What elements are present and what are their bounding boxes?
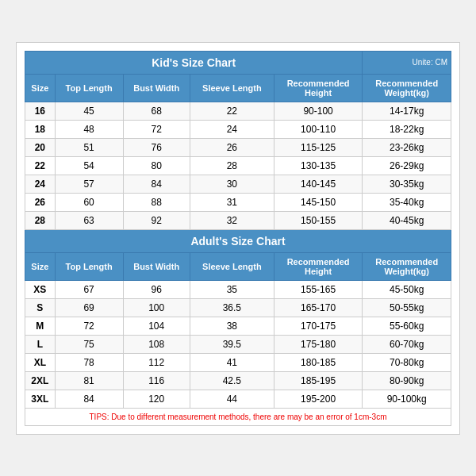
size-cell: L xyxy=(25,335,56,353)
data-cell: 78 xyxy=(55,353,123,371)
adults-header-bust-width: Bust Width xyxy=(123,252,190,280)
tips-row: TIPS: Due to different measurement metho… xyxy=(25,408,451,425)
data-cell: 45-50kg xyxy=(363,280,451,298)
kids-header-size: Size xyxy=(25,74,56,102)
size-cell: 20 xyxy=(25,138,56,156)
data-cell: 175-180 xyxy=(274,335,363,353)
data-cell: 108 xyxy=(123,335,190,353)
tips-text: TIPS: Due to different measurement metho… xyxy=(25,408,451,425)
data-cell: 72 xyxy=(55,317,123,335)
data-cell: 30 xyxy=(190,175,274,193)
size-cell: 28 xyxy=(25,211,56,229)
table-row: XL 78 112 41 180-185 70-80kg xyxy=(25,353,451,371)
adults-header-sleeve-length: Sleeve Length xyxy=(190,252,274,280)
data-cell: 145-150 xyxy=(274,193,363,211)
data-cell: 35 xyxy=(190,280,274,298)
adults-header-rec-height: RecommendedHeight xyxy=(274,252,363,280)
data-cell: 80 xyxy=(123,156,190,175)
data-cell: 32 xyxy=(190,211,274,229)
data-cell: 38 xyxy=(190,317,274,335)
chart-container: Kid's Size Chart Unite: CM Size Top Leng… xyxy=(16,42,460,435)
data-cell: 84 xyxy=(55,390,123,408)
data-cell: 67 xyxy=(55,280,123,298)
adults-title: Adult's Size Chart xyxy=(25,229,451,252)
data-cell: 31 xyxy=(190,193,274,211)
data-cell: 41 xyxy=(190,353,274,371)
adults-header-top-length: Top Length xyxy=(55,252,123,280)
data-cell: 116 xyxy=(123,371,190,390)
data-cell: 54 xyxy=(55,156,123,175)
kids-header-top-length: Top Length xyxy=(55,74,123,102)
data-cell: 72 xyxy=(123,120,190,138)
kids-header-rec-weight: RecommendedWeight(kg) xyxy=(363,74,451,102)
size-cell: M xyxy=(25,317,56,335)
data-cell: 36.5 xyxy=(190,298,274,317)
table-row: XS 67 96 35 155-165 45-50kg xyxy=(25,280,451,298)
data-cell: 14-17kg xyxy=(363,102,451,120)
data-cell: 57 xyxy=(55,175,123,193)
data-cell: 68 xyxy=(123,102,190,120)
data-cell: 88 xyxy=(123,193,190,211)
data-cell: 39.5 xyxy=(190,335,274,353)
data-cell: 120 xyxy=(123,390,190,408)
data-cell: 84 xyxy=(123,175,190,193)
table-row: S 69 100 36.5 165-170 50-55kg xyxy=(25,298,451,317)
data-cell: 24 xyxy=(190,120,274,138)
size-cell: 16 xyxy=(25,102,56,120)
data-cell: 155-165 xyxy=(274,280,363,298)
table-row: M 72 104 38 170-175 55-60kg xyxy=(25,317,451,335)
size-cell: XS xyxy=(25,280,56,298)
size-chart-table: Kid's Size Chart Unite: CM Size Top Leng… xyxy=(25,51,451,426)
data-cell: 42.5 xyxy=(190,371,274,390)
table-row: 16 45 68 22 90-100 14-17kg xyxy=(25,102,451,120)
table-row: 20 51 76 26 115-125 23-26kg xyxy=(25,138,451,156)
data-cell: 112 xyxy=(123,353,190,371)
data-cell: 23-26kg xyxy=(363,138,451,156)
data-cell: 170-175 xyxy=(274,317,363,335)
data-cell: 90-100kg xyxy=(363,390,451,408)
data-cell: 80-90kg xyxy=(363,371,451,390)
adults-header-size: Size xyxy=(25,252,56,280)
data-cell: 26 xyxy=(190,138,274,156)
table-row: 22 54 80 28 130-135 26-29kg xyxy=(25,156,451,175)
data-cell: 60 xyxy=(55,193,123,211)
kids-section-header: Kid's Size Chart Unite: CM xyxy=(25,51,451,74)
data-cell: 180-185 xyxy=(274,353,363,371)
table-row: 24 57 84 30 140-145 30-35kg xyxy=(25,175,451,193)
data-cell: 115-125 xyxy=(274,138,363,156)
data-cell: 140-145 xyxy=(274,175,363,193)
data-cell: 22 xyxy=(190,102,274,120)
data-cell: 90-100 xyxy=(274,102,363,120)
unit-label: Unite: CM xyxy=(363,51,451,74)
table-row: 18 48 72 24 100-110 18-22kg xyxy=(25,120,451,138)
adults-section-header: Adult's Size Chart xyxy=(25,229,451,252)
data-cell: 76 xyxy=(123,138,190,156)
data-cell: 92 xyxy=(123,211,190,229)
size-cell: 22 xyxy=(25,156,56,175)
data-cell: 81 xyxy=(55,371,123,390)
table-row: 3XL 84 120 44 195-200 90-100kg xyxy=(25,390,451,408)
data-cell: 185-195 xyxy=(274,371,363,390)
size-cell: 24 xyxy=(25,175,56,193)
kids-header-rec-height: RecommendedHeight xyxy=(274,74,363,102)
data-cell: 100-110 xyxy=(274,120,363,138)
kids-col-header: Size Top Length Bust Width Sleeve Length… xyxy=(25,74,451,102)
kids-title: Kid's Size Chart xyxy=(25,51,363,74)
data-cell: 150-155 xyxy=(274,211,363,229)
data-cell: 26-29kg xyxy=(363,156,451,175)
kids-header-sleeve-length: Sleeve Length xyxy=(190,74,274,102)
size-cell: 26 xyxy=(25,193,56,211)
table-row: 26 60 88 31 145-150 35-40kg xyxy=(25,193,451,211)
data-cell: 55-60kg xyxy=(363,317,451,335)
data-cell: 104 xyxy=(123,317,190,335)
data-cell: 48 xyxy=(55,120,123,138)
size-cell: 2XL xyxy=(25,371,56,390)
table-row: L 75 108 39.5 175-180 60-70kg xyxy=(25,335,451,353)
data-cell: 96 xyxy=(123,280,190,298)
data-cell: 50-55kg xyxy=(363,298,451,317)
adults-header-rec-weight: RecommendedWeight(kg) xyxy=(363,252,451,280)
data-cell: 130-135 xyxy=(274,156,363,175)
data-cell: 70-80kg xyxy=(363,353,451,371)
data-cell: 30-35kg xyxy=(363,175,451,193)
data-cell: 100 xyxy=(123,298,190,317)
